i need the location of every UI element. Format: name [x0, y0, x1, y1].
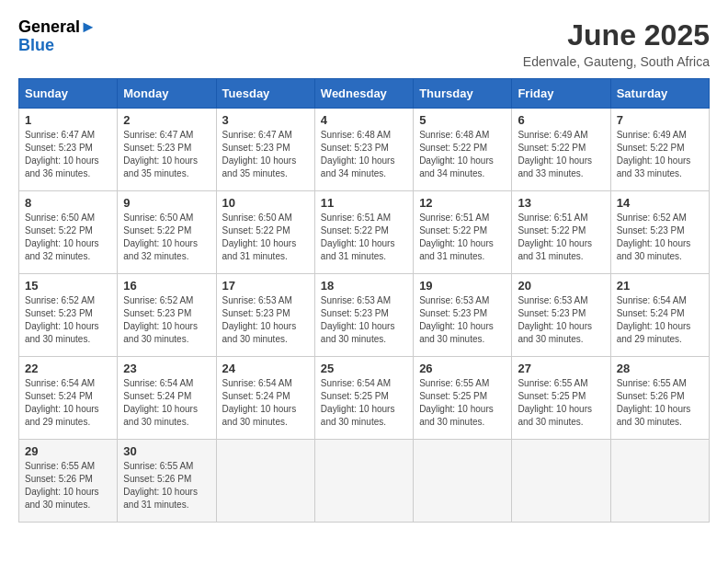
day-info: Sunrise: 6:54 AMSunset: 5:24 PMDaylight:… — [617, 294, 703, 346]
day-number: 17 — [222, 279, 309, 293]
day-number: 18 — [321, 279, 407, 293]
calendar-cell: 7Sunrise: 6:49 AMSunset: 5:22 PMDaylight… — [610, 109, 709, 191]
day-info: Sunrise: 6:51 AMSunset: 5:22 PMDaylight:… — [321, 212, 407, 263]
calendar-cell: 26Sunrise: 6:55 AMSunset: 5:25 PMDayligh… — [414, 357, 512, 440]
day-info: Sunrise: 6:47 AMSunset: 5:23 PMDaylight:… — [222, 129, 309, 180]
day-info: Sunrise: 6:52 AMSunset: 5:23 PMDaylight:… — [25, 294, 111, 346]
day-number: 9 — [123, 196, 210, 210]
day-info: Sunrise: 6:55 AMSunset: 5:26 PMDaylight:… — [25, 460, 111, 511]
calendar-cell: 19Sunrise: 6:53 AMSunset: 5:23 PMDayligh… — [414, 274, 512, 357]
calendar-cell: 8Sunrise: 6:50 AMSunset: 5:22 PMDaylight… — [19, 191, 118, 274]
calendar-cell: 24Sunrise: 6:54 AMSunset: 5:24 PMDayligh… — [216, 357, 314, 440]
day-number: 1 — [25, 113, 111, 127]
calendar-cell: 3Sunrise: 6:47 AMSunset: 5:23 PMDaylight… — [216, 109, 314, 191]
day-number: 30 — [123, 444, 210, 458]
day-info: Sunrise: 6:55 AMSunset: 5:25 PMDaylight:… — [419, 377, 506, 429]
calendar-header-row: SundayMondayTuesdayWednesdayThursdayFrid… — [19, 79, 710, 109]
day-info: Sunrise: 6:50 AMSunset: 5:22 PMDaylight:… — [123, 212, 210, 263]
day-info: Sunrise: 6:52 AMSunset: 5:23 PMDaylight:… — [617, 212, 703, 263]
day-number: 27 — [518, 362, 604, 375]
calendar-cell — [610, 440, 709, 523]
calendar-cell: 23Sunrise: 6:54 AMSunset: 5:24 PMDayligh… — [118, 357, 216, 440]
calendar-cell: 13Sunrise: 6:51 AMSunset: 5:22 PMDayligh… — [512, 191, 610, 274]
calendar-cell: 14Sunrise: 6:52 AMSunset: 5:23 PMDayligh… — [610, 191, 709, 274]
day-info: Sunrise: 6:52 AMSunset: 5:23 PMDaylight:… — [123, 294, 210, 346]
calendar-cell: 5Sunrise: 6:48 AMSunset: 5:22 PMDaylight… — [414, 109, 512, 191]
calendar-cell: 15Sunrise: 6:52 AMSunset: 5:23 PMDayligh… — [19, 274, 118, 357]
weekday-header: Saturday — [610, 79, 709, 109]
weekday-header: Wednesday — [314, 79, 413, 109]
calendar-cell: 18Sunrise: 6:53 AMSunset: 5:23 PMDayligh… — [314, 274, 413, 357]
location: Edenvale, Gauteng, South Africa — [523, 54, 710, 69]
calendar-cell — [512, 440, 610, 523]
day-info: Sunrise: 6:48 AMSunset: 5:22 PMDaylight:… — [419, 129, 506, 180]
calendar-week-row: 22Sunrise: 6:54 AMSunset: 5:24 PMDayligh… — [19, 357, 710, 440]
calendar-cell: 27Sunrise: 6:55 AMSunset: 5:25 PMDayligh… — [512, 357, 610, 440]
calendar-cell — [414, 440, 512, 523]
day-number: 14 — [617, 196, 703, 210]
day-number: 2 — [123, 113, 210, 127]
day-number: 6 — [518, 113, 604, 127]
weekday-header: Monday — [118, 79, 216, 109]
month-title: June 2025 — [523, 18, 710, 52]
day-number: 12 — [419, 196, 506, 210]
day-info: Sunrise: 6:53 AMSunset: 5:23 PMDaylight:… — [518, 294, 604, 346]
calendar-cell: 29Sunrise: 6:55 AMSunset: 5:26 PMDayligh… — [19, 440, 118, 523]
calendar-cell — [314, 440, 413, 523]
weekday-header: Sunday — [19, 79, 118, 109]
day-info: Sunrise: 6:54 AMSunset: 5:24 PMDaylight:… — [222, 377, 309, 429]
calendar-week-row: 29Sunrise: 6:55 AMSunset: 5:26 PMDayligh… — [19, 440, 710, 523]
logo-blue: Blue — [18, 37, 97, 55]
day-info: Sunrise: 6:54 AMSunset: 5:25 PMDaylight:… — [321, 377, 407, 429]
day-info: Sunrise: 6:47 AMSunset: 5:23 PMDaylight:… — [25, 129, 111, 180]
day-info: Sunrise: 6:47 AMSunset: 5:23 PMDaylight:… — [123, 129, 210, 180]
calendar-cell: 10Sunrise: 6:50 AMSunset: 5:22 PMDayligh… — [216, 191, 314, 274]
day-info: Sunrise: 6:54 AMSunset: 5:24 PMDaylight:… — [25, 377, 111, 429]
day-info: Sunrise: 6:48 AMSunset: 5:23 PMDaylight:… — [321, 129, 407, 180]
day-number: 3 — [222, 113, 309, 127]
calendar-table: SundayMondayTuesdayWednesdayThursdayFrid… — [18, 78, 710, 523]
day-info: Sunrise: 6:51 AMSunset: 5:22 PMDaylight:… — [518, 212, 604, 263]
day-number: 4 — [321, 113, 407, 127]
day-info: Sunrise: 6:53 AMSunset: 5:23 PMDaylight:… — [419, 294, 506, 346]
calendar-cell: 1Sunrise: 6:47 AMSunset: 5:23 PMDaylight… — [19, 109, 118, 191]
day-number: 24 — [222, 362, 309, 375]
page-header: General► Blue June 2025 Edenvale, Gauten… — [18, 18, 710, 69]
weekday-header: Thursday — [414, 79, 512, 109]
day-number: 7 — [617, 113, 703, 127]
day-number: 21 — [617, 279, 703, 293]
day-number: 5 — [419, 113, 506, 127]
calendar-week-row: 8Sunrise: 6:50 AMSunset: 5:22 PMDaylight… — [19, 191, 710, 274]
day-number: 25 — [321, 362, 407, 375]
day-number: 22 — [25, 362, 111, 375]
calendar-week-row: 15Sunrise: 6:52 AMSunset: 5:23 PMDayligh… — [19, 274, 710, 357]
calendar-cell: 17Sunrise: 6:53 AMSunset: 5:23 PMDayligh… — [216, 274, 314, 357]
day-number: 13 — [518, 196, 604, 210]
day-info: Sunrise: 6:49 AMSunset: 5:22 PMDaylight:… — [617, 129, 703, 180]
calendar-cell: 11Sunrise: 6:51 AMSunset: 5:22 PMDayligh… — [314, 191, 413, 274]
day-number: 20 — [518, 279, 604, 293]
day-number: 19 — [419, 279, 506, 293]
day-info: Sunrise: 6:55 AMSunset: 5:26 PMDaylight:… — [123, 460, 210, 511]
day-info: Sunrise: 6:51 AMSunset: 5:22 PMDaylight:… — [419, 212, 506, 263]
logo-general: General► — [18, 18, 97, 37]
calendar-cell: 6Sunrise: 6:49 AMSunset: 5:22 PMDaylight… — [512, 109, 610, 191]
day-number: 11 — [321, 196, 407, 210]
logo: General► Blue — [18, 18, 97, 55]
day-number: 10 — [222, 196, 309, 210]
day-info: Sunrise: 6:50 AMSunset: 5:22 PMDaylight:… — [222, 212, 309, 263]
calendar-cell — [216, 440, 314, 523]
weekday-header: Friday — [512, 79, 610, 109]
day-info: Sunrise: 6:49 AMSunset: 5:22 PMDaylight:… — [518, 129, 604, 180]
calendar-week-row: 1Sunrise: 6:47 AMSunset: 5:23 PMDaylight… — [19, 109, 710, 191]
day-info: Sunrise: 6:54 AMSunset: 5:24 PMDaylight:… — [123, 377, 210, 429]
day-number: 16 — [123, 279, 210, 293]
day-number: 23 — [123, 362, 210, 375]
calendar-cell: 25Sunrise: 6:54 AMSunset: 5:25 PMDayligh… — [314, 357, 413, 440]
calendar-cell: 12Sunrise: 6:51 AMSunset: 5:22 PMDayligh… — [414, 191, 512, 274]
calendar-cell: 2Sunrise: 6:47 AMSunset: 5:23 PMDaylight… — [118, 109, 216, 191]
day-info: Sunrise: 6:50 AMSunset: 5:22 PMDaylight:… — [25, 212, 111, 263]
day-number: 8 — [25, 196, 111, 210]
day-number: 26 — [419, 362, 506, 375]
day-info: Sunrise: 6:53 AMSunset: 5:23 PMDaylight:… — [321, 294, 407, 346]
